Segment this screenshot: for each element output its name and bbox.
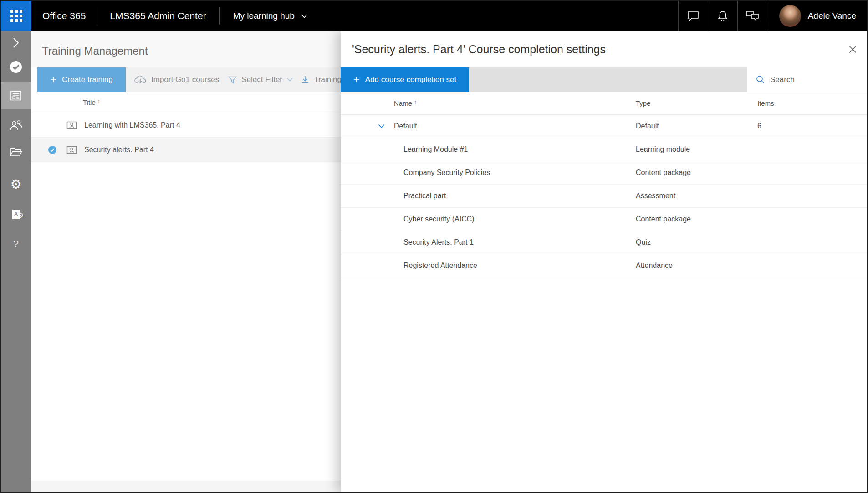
- completion-set-row[interactable]: Default Default 6: [341, 115, 867, 138]
- create-training-label: Create training: [62, 75, 113, 84]
- training-toolbar: + Create training Import Go1 courses Sel…: [37, 67, 342, 92]
- completion-item-row[interactable]: Learning Module #1 Learning module: [341, 138, 867, 161]
- item-type: Content package: [636, 215, 757, 223]
- search-input[interactable]: [770, 75, 852, 84]
- bell-icon: [717, 10, 728, 22]
- training-row[interactable]: Learning with LMS365. Part 4: [31, 113, 342, 138]
- search-box: [747, 67, 867, 92]
- feedback-icon: [745, 10, 759, 22]
- create-training-button[interactable]: + Create training: [37, 67, 126, 92]
- a-doc-gear-icon: A ⚙: [12, 210, 20, 219]
- select-filter-button[interactable]: Select Filter: [228, 75, 293, 84]
- people-icon: [9, 119, 23, 131]
- chevron-down-icon: [287, 78, 293, 82]
- close-button[interactable]: [847, 44, 858, 55]
- plus-icon: +: [353, 74, 360, 85]
- left-sidebar: ⚙ A ⚙ ?: [1, 31, 31, 492]
- download-icon: [301, 75, 309, 84]
- sort-ascending-icon: ↑: [97, 98, 101, 104]
- sidebar-expand-button[interactable]: [1, 31, 31, 55]
- item-name: Company Security Policies: [403, 169, 490, 177]
- select-filter-label: Select Filter: [241, 75, 282, 84]
- chat-button[interactable]: [678, 1, 708, 31]
- import-go1-label: Import Go1 courses: [151, 75, 219, 84]
- completion-table-header: Name ↑ Type Items: [341, 92, 867, 115]
- completion-item-row[interactable]: Company Security Policies Content packag…: [341, 161, 867, 185]
- panel-title: 'Security alerts. Part 4' Course complet…: [341, 31, 867, 56]
- item-name: Cyber security (AICC): [403, 215, 475, 223]
- sidebar-help-button[interactable]: ?: [1, 232, 31, 256]
- item-type: Quiz: [636, 238, 757, 246]
- sidebar-item-course-catalog[interactable]: [1, 140, 31, 164]
- training-actions-label: Training: [314, 75, 342, 84]
- pane-footer-strip: [31, 481, 342, 492]
- folder-icon: [9, 146, 23, 158]
- contact-card-icon: [66, 121, 77, 130]
- lms365-admin-center-title[interactable]: LMS365 Admin Center: [97, 10, 219, 21]
- user-name: Adele Vance: [808, 11, 856, 21]
- item-type: Assessment: [636, 192, 757, 200]
- app-window: Office 365 LMS365 Admin Center My learni…: [0, 0, 868, 493]
- training-management-pane: Training Management + Create training Im…: [31, 31, 342, 492]
- column-header-title[interactable]: Title ↑: [83, 98, 100, 106]
- filter-icon: [228, 76, 237, 84]
- import-go1-courses-button[interactable]: Import Go1 courses: [134, 75, 219, 85]
- set-items-count: 6: [757, 122, 867, 130]
- search-icon: [756, 75, 765, 84]
- set-name: Default: [394, 122, 417, 130]
- sidebar-item-settings[interactable]: ⚙: [1, 173, 31, 196]
- top-bar: Office 365 LMS365 Admin Center My learni…: [1, 1, 867, 31]
- close-icon: [849, 46, 857, 53]
- selected-check-icon[interactable]: [48, 146, 56, 154]
- completion-item-row[interactable]: Security Alerts. Part 1 Quiz: [341, 231, 867, 254]
- training-actions-button[interactable]: Training: [301, 75, 342, 84]
- my-learning-hub-menu[interactable]: My learning hub: [220, 11, 321, 21]
- trainings-table-header: Title ↑: [31, 92, 342, 113]
- add-completion-set-label: Add course completion set: [365, 75, 456, 84]
- add-completion-set-button[interactable]: + Add course completion set: [341, 67, 469, 92]
- page-title: Training Management: [31, 31, 342, 57]
- chevron-down-icon: [301, 14, 307, 18]
- panel-toolbar: + Add course completion set: [341, 67, 867, 92]
- gear-icon: ⚙: [10, 178, 21, 191]
- check-circle-icon: [9, 60, 23, 74]
- help-icon: ?: [13, 238, 19, 249]
- column-header-items[interactable]: Items: [757, 99, 867, 107]
- sidebar-item-people[interactable]: [1, 113, 31, 137]
- sidebar-item-training-management[interactable]: [1, 82, 31, 109]
- item-name: Learning Module #1: [403, 145, 468, 154]
- item-name: Practical part: [403, 192, 446, 200]
- toolbar-filler: [469, 67, 747, 92]
- item-name: Registered Attendance: [403, 262, 477, 270]
- column-header-name[interactable]: Name ↑: [394, 99, 417, 107]
- course-completion-panel: 'Security alerts. Part 4' Course complet…: [341, 31, 867, 492]
- contact-card-icon: [66, 145, 77, 154]
- chevron-right-icon: [12, 37, 20, 49]
- waffle-icon: [10, 10, 22, 22]
- training-title: Security alerts. Part 4: [84, 146, 154, 154]
- app-launcher-button[interactable]: [1, 1, 31, 31]
- completion-item-row[interactable]: Practical part Assessment: [341, 185, 867, 208]
- sidebar-item-lms365[interactable]: [1, 55, 31, 79]
- training-row[interactable]: Security alerts. Part 4: [31, 138, 342, 162]
- account-button[interactable]: Adele Vance: [767, 1, 867, 31]
- user-avatar: [779, 5, 801, 27]
- chevron-down-icon[interactable]: [378, 124, 385, 128]
- completion-item-row[interactable]: Cyber security (AICC) Content package: [341, 208, 867, 231]
- my-learning-hub-label: My learning hub: [233, 11, 295, 21]
- item-type: Attendance: [636, 262, 757, 270]
- item-type: Learning module: [636, 145, 757, 154]
- completion-item-row[interactable]: Registered Attendance Attendance: [341, 254, 867, 277]
- training-title: Learning with LMS365. Part 4: [84, 121, 180, 129]
- document-icon: [10, 89, 22, 102]
- item-type: Content package: [636, 169, 757, 177]
- feedback-button[interactable]: [737, 1, 767, 31]
- sidebar-item-admin-app[interactable]: A ⚙: [1, 202, 31, 226]
- sort-ascending-icon: ↑: [414, 98, 417, 105]
- plus-icon: +: [50, 74, 56, 85]
- cloud-download-icon: [134, 75, 147, 85]
- chat-icon: [687, 10, 700, 22]
- column-header-type[interactable]: Type: [636, 99, 757, 107]
- office-365-brand[interactable]: Office 365: [31, 10, 97, 21]
- notifications-button[interactable]: [708, 1, 737, 31]
